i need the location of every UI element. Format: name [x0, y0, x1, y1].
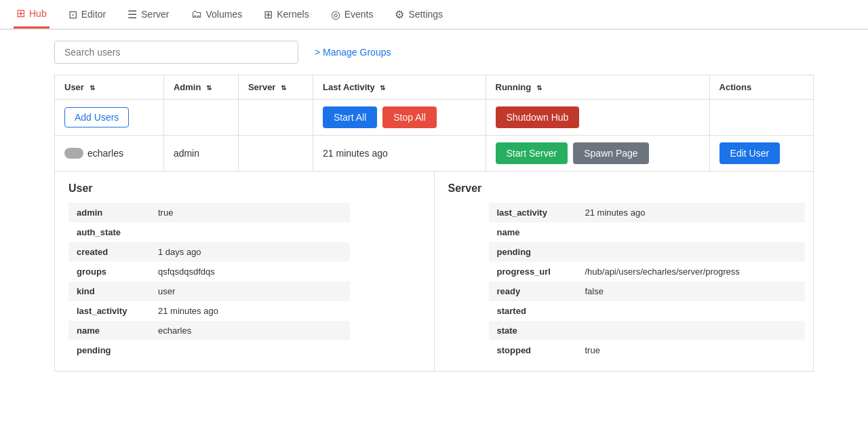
- nav-volumes[interactable]: 🗂 Volumes: [189, 0, 245, 28]
- nav-events[interactable]: ◎ Events: [328, 0, 376, 28]
- user-detail-row: admintrue: [68, 203, 350, 222]
- user-field-key: name: [68, 321, 150, 340]
- user-detail-row: auth_state: [68, 222, 350, 242]
- nav-hub[interactable]: ⊞ Hub: [14, 0, 50, 28]
- stop-all-button[interactable]: Stop All: [382, 106, 436, 128]
- volumes-icon: 🗂: [191, 8, 202, 20]
- user-sort-icon[interactable]: ⇅: [90, 84, 95, 92]
- server-detail-panel: Server last_activity21 minutes agonamepe…: [434, 172, 814, 371]
- user-last-activity: 21 minutes ago: [323, 148, 388, 159]
- table-actions-row: Add Users Start All Stop All Shutdown Hu…: [55, 100, 814, 136]
- server-field-key: stopped: [489, 340, 577, 360]
- user-name: echarles: [87, 148, 123, 159]
- user-field-key: pending: [68, 340, 150, 360]
- nav-hub-label: Hub: [29, 8, 47, 19]
- user-panel-title: User: [68, 182, 420, 195]
- user-detail-row: created1 days ago: [68, 242, 350, 262]
- server-field-value: /hub/api/users/echarles/server/progress: [577, 262, 806, 281]
- user-edit-cell: Edit User: [709, 136, 813, 172]
- user-detail-row: last_activity21 minutes ago: [68, 301, 350, 321]
- server-detail-row: last_activity21 minutes ago: [489, 203, 806, 222]
- user-field-value: [150, 340, 350, 360]
- table-header-row: User ⇅ Admin ⇅ Server ⇅ Last Activity ⇅ …: [55, 75, 814, 100]
- server-field-key: pending: [489, 242, 577, 262]
- server-field-value: [577, 301, 806, 321]
- start-stop-cell: Start All Stop All: [313, 100, 486, 136]
- server-sort-icon[interactable]: ⇅: [281, 84, 286, 92]
- user-field-key: admin: [68, 203, 150, 222]
- nav-server[interactable]: ☰ Server: [125, 0, 172, 28]
- nav-kernels[interactable]: ⊞ Kernels: [261, 0, 311, 28]
- server-detail-table: last_activity21 minutes agonamependingpr…: [489, 203, 806, 360]
- col-actions: Actions: [709, 75, 813, 100]
- admin-sort-icon[interactable]: ⇅: [206, 84, 212, 92]
- top-nav: ⊞ Hub ⊡ Editor ☰ Server 🗂 Volumes ⊞ Kern…: [0, 0, 868, 30]
- nav-editor-label: Editor: [81, 9, 106, 20]
- server-field-key: last_activity: [489, 203, 577, 222]
- manage-groups-link[interactable]: > Manage Groups: [315, 47, 391, 58]
- user-field-value: user: [150, 281, 350, 301]
- nav-volumes-label: Volumes: [206, 9, 243, 20]
- last-activity-sort-icon[interactable]: ⇅: [380, 84, 385, 92]
- user-detail-row: groupsqsfqsdqsdfdqs: [68, 262, 350, 281]
- users-table: User ⇅ Admin ⇅ Server ⇅ Last Activity ⇅ …: [54, 75, 814, 172]
- nav-server-label: Server: [141, 9, 169, 20]
- start-stop-buttons: Start All Stop All: [323, 106, 476, 128]
- edit-user-button[interactable]: Edit User: [719, 142, 781, 164]
- running-sort-icon[interactable]: ⇅: [536, 84, 542, 92]
- spawn-page-button[interactable]: Spawn Page: [573, 142, 648, 164]
- server-field-key: name: [489, 222, 577, 242]
- nav-kernels-label: Kernels: [277, 9, 309, 20]
- col-user: User ⇅: [55, 75, 164, 100]
- server-detail-row: state: [489, 321, 806, 340]
- user-field-value: 21 minutes ago: [150, 301, 350, 321]
- user-field-key: last_activity: [68, 301, 150, 321]
- user-name-cell: echarles: [55, 136, 164, 172]
- server-field-value: [577, 222, 806, 242]
- user-field-key: kind: [68, 281, 150, 301]
- server-field-value: [577, 242, 806, 262]
- user-detail-row: kinduser: [68, 281, 350, 301]
- user-field-value: qsfqsdqsdfdqs: [150, 262, 350, 281]
- server-field-value: [577, 321, 806, 340]
- add-users-button[interactable]: Add Users: [64, 107, 129, 127]
- settings-icon: ⚙: [395, 8, 404, 21]
- start-server-button[interactable]: Start Server: [496, 142, 568, 164]
- user-admin-value: admin: [174, 148, 199, 159]
- main-content: > Manage Groups User ⇅ Admin ⇅ Server ⇅ …: [0, 30, 868, 382]
- user-action-buttons: Start Server Spawn Page: [496, 142, 700, 164]
- server-detail-row: progress_url/hub/api/users/echarles/serv…: [489, 262, 806, 281]
- server-detail-row: pending: [489, 242, 806, 262]
- detail-panels: User admintrueauth_statecreated1 days ag…: [54, 172, 814, 372]
- user-field-key: created: [68, 242, 150, 262]
- start-all-button[interactable]: Start All: [323, 106, 377, 128]
- server-detail-row: stoppedtrue: [489, 340, 806, 360]
- server-field-value: 21 minutes ago: [577, 203, 806, 222]
- server-panel-title: Server: [448, 182, 800, 195]
- server-field-value: false: [577, 281, 806, 301]
- user-field-value: 1 days ago: [150, 242, 350, 262]
- server-icon: ☰: [127, 8, 137, 21]
- kernels-icon: ⊞: [264, 8, 273, 21]
- search-input[interactable]: [54, 41, 298, 64]
- server-detail-row: started: [489, 301, 806, 321]
- nav-settings-label: Settings: [408, 9, 443, 20]
- col-admin: Admin ⇅: [163, 75, 238, 100]
- user-toggle-icon[interactable]: [64, 148, 83, 159]
- nav-settings[interactable]: ⚙ Settings: [392, 0, 446, 28]
- user-running-cell: Start Server Spawn Page: [486, 136, 709, 172]
- server-field-key: ready: [489, 281, 577, 301]
- user-server-cell: [238, 136, 313, 172]
- nav-events-label: Events: [344, 9, 374, 20]
- col-last-activity: Last Activity ⇅: [313, 75, 486, 100]
- user-field-key: groups: [68, 262, 150, 281]
- add-users-cell: Add Users: [55, 100, 164, 136]
- actions-cell-empty: [709, 100, 813, 136]
- server-field-key: progress_url: [489, 262, 577, 281]
- user-detail-table: admintrueauth_statecreated1 days agogrou…: [68, 203, 350, 360]
- shutdown-hub-button[interactable]: Shutdown Hub: [496, 106, 580, 128]
- nav-editor[interactable]: ⊡ Editor: [66, 0, 109, 28]
- hub-icon: ⊞: [16, 7, 25, 20]
- top-bar: > Manage Groups: [54, 41, 814, 64]
- server-detail-row: name: [489, 222, 806, 242]
